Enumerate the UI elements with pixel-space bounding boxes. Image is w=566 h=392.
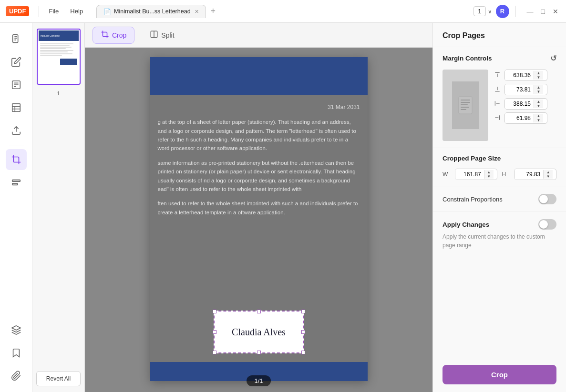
margin-top-input-wrap: ▲ ▼ — [504, 70, 547, 81]
sidebar-item-table[interactable] — [6, 97, 27, 118]
active-tab[interactable]: 📄 Minimalist Bu...ss Letterhead ✕ — [96, 5, 206, 18]
apply-changes-section: Apply Changes Apply the current changes … — [433, 211, 566, 257]
sidebar-item-layers[interactable] — [6, 320, 27, 341]
margin-left-down[interactable]: ▼ — [534, 104, 543, 108]
height-down[interactable]: ▼ — [544, 174, 553, 179]
page-number-input[interactable]: 1 — [473, 6, 485, 16]
sidebar-item-attachment[interactable] — [6, 365, 27, 386]
titlebar: UPDF File Help 📄 Minimalist Bu...ss Lett… — [0, 0, 566, 23]
margin-top-up[interactable]: ▲ — [534, 71, 543, 75]
close-button[interactable]: ✕ — [551, 8, 560, 15]
page-thumbnail[interactable]: Ingoude Company — [37, 29, 81, 85]
crop-handle-mr[interactable] — [301, 330, 305, 334]
crop-handle-ml[interactable] — [213, 330, 216, 334]
margin-right-up[interactable]: ▲ — [534, 114, 543, 118]
pdf-paragraph-3: ften used to refer to the whole sheet im… — [158, 199, 360, 217]
right-panel-title: Crop Pages — [443, 31, 485, 40]
crop-handle-tr[interactable] — [301, 310, 305, 313]
margin-controls-section: Margin Controls ↺ — [433, 47, 566, 148]
svg-rect-3 — [12, 180, 20, 182]
constrain-label: Constrain Proportions — [443, 196, 503, 203]
tab-close-button[interactable]: ✕ — [195, 9, 199, 15]
apply-changes-toggle[interactable] — [538, 219, 556, 230]
apply-changes-row: Apply Changes — [443, 219, 556, 230]
width-up[interactable]: ▲ — [484, 170, 494, 174]
margin-top-icon — [493, 71, 502, 80]
sidebar-separator — [9, 145, 24, 145]
width-spinners: ▲ ▼ — [484, 170, 494, 179]
sidebar-item-edit[interactable] — [6, 51, 27, 72]
sidebar-item-crop[interactable] — [6, 149, 27, 170]
titlebar-divider2 — [515, 6, 515, 17]
thumb-company-text: Ingoude Company — [41, 34, 60, 37]
sidebar-item-form[interactable] — [6, 74, 27, 95]
page-nav-arrow[interactable]: ∨ — [488, 8, 492, 15]
cropped-page-size-title-row: Cropped Page Size — [443, 155, 556, 162]
crop-handle-tm[interactable] — [257, 310, 261, 313]
tab-title: Minimalist Bu...ss Letterhead — [114, 8, 191, 15]
margin-bottom-up[interactable]: ▲ — [534, 85, 543, 90]
maximize-button[interactable]: □ — [539, 8, 547, 15]
margin-left-row: ▲ ▼ — [493, 98, 556, 110]
margin-inputs: ▲ ▼ ▲ ▼ — [493, 70, 556, 124]
constrain-toggle-row: Constrain Proportions — [443, 194, 556, 204]
right-panel-header: Crop Pages — [433, 23, 566, 47]
height-input[interactable] — [515, 169, 543, 180]
width-down[interactable]: ▼ — [484, 174, 494, 179]
margin-left-input[interactable] — [505, 99, 534, 109]
sidebar-item-bookmark[interactable] — [6, 342, 27, 363]
svg-rect-9 — [461, 100, 470, 101]
crop-handle-bm[interactable] — [257, 351, 261, 354]
height-up[interactable]: ▲ — [544, 170, 553, 174]
crop-selection-box[interactable]: Claudia Alves — [214, 311, 304, 353]
split-tool-button[interactable]: Split — [142, 27, 182, 43]
split-tool-label: Split — [161, 31, 174, 39]
crop-tool-label: Crop — [112, 31, 126, 39]
margin-right-input[interactable] — [505, 113, 534, 123]
thumbnail-panel: Ingoude Company 1 Revert All — [32, 23, 85, 392]
crop-handle-tl[interactable] — [213, 310, 216, 313]
user-avatar[interactable]: R — [496, 5, 509, 18]
cropped-page-size-label: Cropped Page Size — [443, 155, 501, 162]
crop-handle-br[interactable] — [301, 351, 305, 354]
sidebar-item-export[interactable] — [6, 120, 27, 141]
constrain-toggle-knob — [539, 195, 548, 203]
sidebar-item-document[interactable] — [6, 29, 27, 50]
right-panel-footer: Crop — [433, 357, 566, 392]
minimize-button[interactable]: — — [525, 8, 535, 15]
apply-changes-description: Apply the current changes to the custom … — [443, 232, 556, 250]
crop-handle-bl[interactable] — [213, 351, 216, 354]
crop-tool-icon — [101, 30, 109, 40]
margin-right-down[interactable]: ▼ — [534, 118, 543, 122]
sidebar-item-redact[interactable] — [6, 172, 27, 193]
reset-margins-button[interactable]: ↺ — [550, 54, 556, 63]
new-tab-button[interactable]: + — [208, 5, 219, 17]
titlebar-divider — [39, 6, 39, 17]
margin-bottom-spinners: ▲ ▼ — [534, 85, 543, 94]
split-tool-icon — [150, 30, 158, 40]
svg-rect-2 — [12, 104, 20, 112]
margin-right-spinners: ▲ ▼ — [534, 114, 543, 122]
margin-bottom-down[interactable]: ▼ — [534, 90, 543, 94]
tab-file-icon: 📄 — [103, 8, 111, 15]
constrain-toggle[interactable] — [538, 194, 556, 204]
margin-top-input[interactable] — [505, 70, 534, 80]
width-input[interactable] — [455, 169, 484, 180]
margin-left-up[interactable]: ▲ — [534, 100, 543, 104]
margin-bottom-icon — [493, 86, 502, 94]
sidebar-bottom — [6, 320, 27, 386]
crop-action-button[interactable]: Crop — [443, 365, 556, 384]
document-preview-icon — [458, 96, 473, 115]
margin-right-input-wrap: ▲ ▼ — [504, 112, 547, 124]
crop-tool-button[interactable]: Crop — [93, 27, 134, 44]
margin-bottom-input[interactable] — [505, 84, 534, 95]
revert-all-button[interactable]: Revert All — [36, 371, 81, 386]
pdf-paragraph-2: same information as pre-printed statione… — [158, 159, 360, 194]
menu-file[interactable]: File — [45, 6, 62, 17]
pdf-content: 31 Mar 2031 g at the top of a sheet of l… — [150, 95, 368, 224]
height-input-wrap: ▲ ▼ — [514, 169, 556, 180]
menu-help[interactable]: Help — [66, 6, 87, 17]
page-indicator: 1/1 — [247, 375, 270, 386]
margin-top-down[interactable]: ▼ — [534, 75, 543, 80]
svg-rect-12 — [461, 107, 469, 108]
